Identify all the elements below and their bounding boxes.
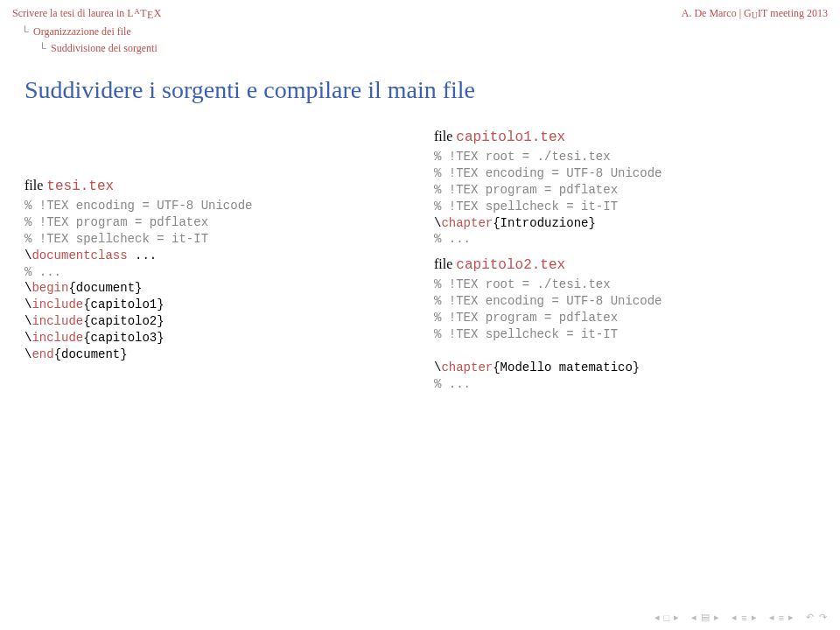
guit-logo: GUIT xyxy=(744,7,767,19)
content-columns: file tesi.tex % !TEX encoding = UTF-8 Un… xyxy=(0,120,840,393)
header-author: A. De Marco | xyxy=(682,7,744,19)
nav-section-icon[interactable]: ≡ xyxy=(741,612,746,623)
file-label-prefix: file xyxy=(434,129,456,144)
left-column: file tesi.tex % !TEX encoding = UTF-8 Un… xyxy=(24,169,406,393)
file-name-tesi: tesi.tex xyxy=(46,178,114,194)
breadcrumb-text-1: Organizzazione dei file xyxy=(33,25,131,38)
nav-forward-icon[interactable]: ↷ xyxy=(818,612,828,623)
nav-frame-icon[interactable]: □ xyxy=(664,612,670,623)
breadcrumb-level-2: └Suddivisione dei sorgenti xyxy=(0,42,840,55)
header-left-text: Scrivere la tesi di laurea in xyxy=(12,7,127,19)
nav-prev-icon[interactable]: ◂ xyxy=(654,612,661,623)
beamer-nav-footer: ◂ □ ▸ ◂ ▤ ▸ ◂ ≡ ▸ ◂ ≡ ▸ ↶ ↷ xyxy=(654,612,829,623)
code-block-cap1: % !TEX root = ./tesi.tex % !TEX encoding… xyxy=(434,149,816,248)
nav-prev-icon[interactable]: ◂ xyxy=(690,612,697,623)
file-name-cap1: capitolo1.tex xyxy=(456,130,565,145)
file-name-cap2: capitolo2.tex xyxy=(456,257,565,273)
nav-next-icon[interactable]: ▸ xyxy=(673,612,680,623)
nav-prev-icon[interactable]: ◂ xyxy=(768,612,775,623)
right-column: file capitolo1.tex % !TEX root = ./tesi.… xyxy=(434,120,816,393)
slide-header: Scrivere la tesi di laurea in LATEX A. D… xyxy=(0,0,840,22)
nav-subsection-icon[interactable]: ▤ xyxy=(701,612,710,623)
nav-prev-icon[interactable]: ◂ xyxy=(731,612,738,623)
breadcrumb-text-2: Suddivisione dei sorgenti xyxy=(51,42,158,54)
nav-doc-icon[interactable]: ≡ xyxy=(779,612,784,623)
nav-back-icon[interactable]: ↶ xyxy=(805,612,815,623)
file-label-prefix: file xyxy=(24,178,46,192)
nav-next-icon[interactable]: ▸ xyxy=(788,612,794,623)
code-block-cap2: % !TEX root = ./tesi.tex % !TEX encoding… xyxy=(434,276,816,392)
file-label-prefix: file xyxy=(434,256,456,271)
header-event: meeting 2013 xyxy=(767,7,828,19)
latex-logo: LATEX xyxy=(127,7,162,19)
breadcrumb-marker-icon: └ xyxy=(38,42,51,55)
nav-next-icon[interactable]: ▸ xyxy=(713,612,720,623)
file-label-cap1: file capitolo1.tex xyxy=(434,129,816,145)
file-label-tesi: file tesi.tex xyxy=(24,178,406,194)
breadcrumb-marker-icon: └ xyxy=(21,25,33,38)
header-left: Scrivere la tesi di laurea in LATEX xyxy=(12,7,162,20)
file-label-cap2: file capitolo2.tex xyxy=(434,256,816,273)
slide-title: Suddividere i sorgenti e compilare il ma… xyxy=(0,55,840,120)
breadcrumb-level-1: └Organizzazione dei file xyxy=(0,25,840,38)
code-block-tesi: % !TEX encoding = UTF-8 Unicode % !TEX p… xyxy=(24,198,406,363)
nav-next-icon[interactable]: ▸ xyxy=(751,612,758,623)
header-right: A. De Marco | GUIT meeting 2013 xyxy=(682,7,828,20)
